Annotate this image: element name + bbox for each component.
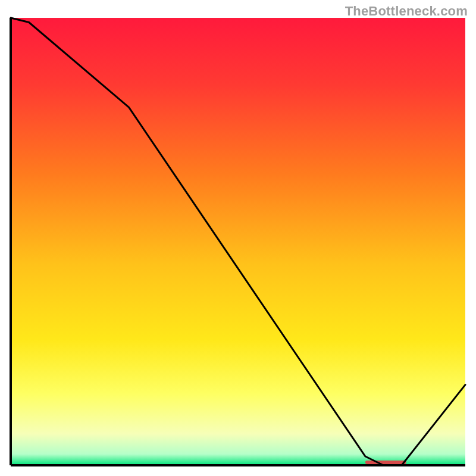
chart-canvas: [0, 0, 476, 476]
attribution-label: TheBottleneck.com: [345, 4, 468, 19]
chart-root: TheBottleneck.com: [0, 0, 476, 476]
plateau-marker: [365, 461, 406, 464]
plot-background: [11, 18, 465, 465]
